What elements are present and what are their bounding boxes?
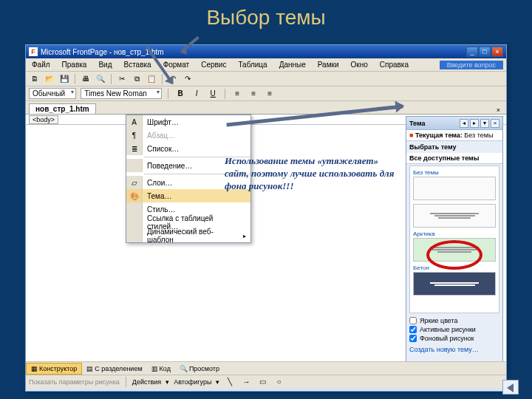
menu-file[interactable]: Файл — [29, 60, 53, 69]
doc-close-icon[interactable]: × — [494, 106, 503, 114]
rect-icon[interactable]: ▭ — [256, 376, 268, 388]
menu-table[interactable]: Таблица — [235, 60, 270, 69]
all-themes-label: Все доступные темы — [406, 153, 502, 164]
check-bg[interactable]: Фоновый рисунок — [409, 334, 499, 343]
view-tabs: ▦ Конструктор ▤ С разделением ▥ Код 🔍 Пр… — [26, 361, 506, 375]
app-window: F Microsoft FrontPage - нов_стр_1.htm _ … — [25, 44, 507, 392]
titlebar-text: Microsoft FrontPage - нов_стр_1.htm — [41, 48, 164, 56]
menu-insert[interactable]: Вставка — [120, 60, 154, 69]
toolbar-standard: 🗎 📂 💾 🖶 🔍 ✂ ⧉ 📋 ↶ ↷ — [26, 72, 506, 86]
tab-split[interactable]: ▤ С разделением — [82, 364, 146, 374]
menu-list[interactable]: ≣Список… — [126, 142, 250, 155]
print-icon[interactable]: 🖶 — [80, 73, 92, 85]
taskpane-header: Тема ◂ ▸ ▾ × — [406, 117, 502, 130]
underline-icon[interactable]: U — [207, 88, 219, 100]
italic-icon[interactable]: I — [191, 88, 202, 100]
menu-window[interactable]: Окно — [348, 60, 371, 69]
tab-preview[interactable]: 🔍 Просмотр — [175, 364, 224, 374]
menu-dwt[interactable]: Динамический веб-шаблон — [126, 229, 250, 242]
menu-data[interactable]: Данные — [276, 60, 309, 69]
current-theme: ■ Текущая тема: Без темы — [406, 130, 502, 141]
new-theme-link[interactable]: Создать новую тему… — [406, 344, 502, 355]
new-icon[interactable]: 🗎 — [29, 73, 41, 85]
align-right-icon[interactable]: ≡ — [264, 88, 276, 100]
maximize-button[interactable]: □ — [479, 47, 491, 57]
style-icon — [126, 202, 143, 216]
show-draw-options[interactable]: Показать параметры рисунка — [29, 378, 120, 386]
toolbar-format: Обычный Times New Roman B I U ≡ ≡ ≡ — [26, 86, 506, 101]
doc-tabs: нов_стр_1.htm × — [26, 101, 506, 115]
theme-taskpane: Тема ◂ ▸ ▾ × ■ Текущая тема: Без темы Вы… — [406, 116, 503, 373]
theme-icon: 🎨 — [126, 189, 143, 202]
body-tag[interactable]: <body> — [29, 115, 58, 124]
slide-title: Выбор темы — [0, 0, 532, 33]
menu-frames[interactable]: Рамки — [315, 60, 342, 69]
oval-icon[interactable]: ○ — [273, 376, 284, 388]
nav-back-button[interactable] — [502, 380, 519, 395]
menubar: Файл Правка Вид Вставка Формат Сервис Та… — [26, 58, 506, 72]
dwt-icon — [126, 229, 143, 242]
paste-icon[interactable]: 📋 — [146, 73, 157, 85]
pane-home-icon[interactable]: ▾ — [480, 119, 489, 128]
pane-fwd-icon[interactable]: ▸ — [470, 119, 479, 128]
tab-code[interactable]: ▥ Код — [147, 364, 175, 374]
app-icon: F — [29, 47, 38, 56]
highlight-circle — [426, 240, 482, 270]
font-select[interactable]: Times New Roman — [81, 88, 162, 99]
align-left-icon[interactable]: ≡ — [231, 88, 243, 100]
menu-edit[interactable]: Правка — [59, 60, 90, 69]
menu-view[interactable]: Вид — [95, 60, 115, 69]
open-icon[interactable]: 📂 — [44, 73, 55, 85]
menu-help[interactable]: Справка — [377, 60, 412, 69]
taskpane-title: Тема — [409, 120, 425, 127]
theme-options: Яркие цвета Активные рисунки Фоновый рис… — [406, 315, 502, 344]
style-select[interactable]: Обычный — [29, 88, 76, 99]
statusbar: Показать параметры рисунка Действия▾ Авт… — [26, 375, 506, 391]
minimize-button[interactable]: _ — [466, 47, 478, 57]
question-box[interactable]: Введите вопрос — [440, 61, 503, 69]
cut-icon[interactable]: ✂ — [116, 73, 128, 85]
copy-icon[interactable]: ⧉ — [131, 73, 143, 85]
annotation-note: Использование темы «утяжеляет» сайт, поэ… — [225, 155, 395, 193]
check-bright[interactable]: Яркие цвета — [409, 316, 499, 325]
titlebar: F Microsoft FrontPage - нов_стр_1.htm _ … — [26, 45, 506, 58]
line-icon[interactable]: ╲ — [224, 376, 236, 388]
layers-icon: ▱ — [126, 176, 143, 189]
menu-format[interactable]: Формат — [160, 60, 193, 69]
save-icon[interactable]: 💾 — [58, 73, 70, 85]
css-icon — [126, 216, 143, 229]
behavior-icon — [126, 159, 143, 172]
check-active[interactable]: Активные рисунки — [409, 325, 499, 334]
theme-list[interactable]: Без темы Арктика Бетон — [409, 166, 499, 313]
tab-design[interactable]: ▦ Конструктор — [26, 363, 82, 375]
paragraph-icon: ¶ — [126, 129, 143, 142]
menu-paragraph: ¶Абзац… — [126, 129, 250, 142]
pane-back-icon[interactable]: ◂ — [460, 119, 468, 128]
draw-toolbar: Показать параметры рисунка Действия▾ Авт… — [26, 375, 506, 388]
pane-close-icon[interactable]: × — [491, 119, 499, 128]
font-icon: A — [126, 115, 143, 129]
menu-tools[interactable]: Сервис — [198, 60, 229, 69]
arrow-icon[interactable]: → — [240, 376, 252, 388]
preview-icon[interactable]: 🔍 — [95, 73, 106, 85]
draw-actions[interactable]: Действия — [132, 378, 161, 386]
theme-none[interactable]: Без темы — [412, 168, 497, 202]
redo-icon[interactable]: ↷ — [182, 73, 194, 85]
align-center-icon[interactable]: ≡ — [248, 88, 259, 100]
autoshapes-button[interactable]: Автофигуры — [174, 378, 211, 386]
close-button[interactable]: × — [491, 47, 503, 57]
doc-tab[interactable]: нов_стр_1.htm — [29, 103, 96, 114]
bold-icon[interactable]: B — [174, 88, 186, 100]
list-icon: ≣ — [126, 142, 143, 155]
theme-unnamed[interactable] — [412, 202, 497, 229]
select-theme-label: Выбрать тему — [406, 141, 502, 153]
